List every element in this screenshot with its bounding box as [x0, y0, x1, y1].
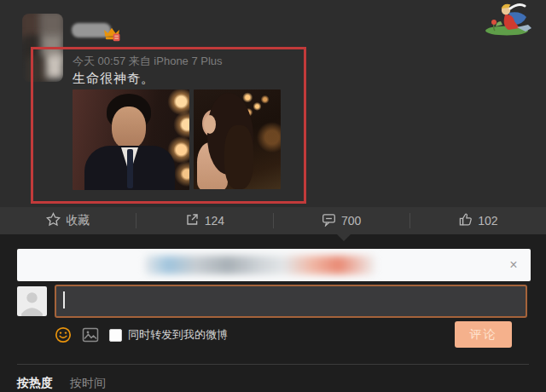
emoji-smiley-icon[interactable]	[55, 326, 72, 343]
photo-detail	[224, 125, 253, 189]
divider	[17, 364, 529, 365]
vip-crown-icon	[103, 26, 120, 45]
comment-sort-tabs: 按热度 按时间	[17, 376, 106, 391]
composer-toolbar: 同时转发到我的微博 评论	[55, 321, 527, 349]
star-icon	[46, 212, 61, 229]
comment-count: 700	[341, 214, 361, 228]
commenter-avatar-placeholder	[17, 286, 47, 316]
notice-banner: ×	[17, 249, 531, 281]
post-content-text: 生命很神奇。	[73, 71, 154, 87]
photo-detail	[204, 115, 216, 134]
repost-checkbox[interactable]	[109, 329, 122, 342]
text-caret	[63, 291, 65, 308]
mascot-illustration	[483, 2, 539, 41]
weibo-dark-post-screen: 今天 00:57 来自 iPhone 7 Plus 生命很神奇。	[0, 0, 546, 392]
post-timestamp: 今天 00:57 来自 iPhone 7 Plus	[73, 54, 223, 69]
post-photo-man-portrait[interactable]	[73, 89, 189, 190]
insert-image-icon[interactable]	[82, 327, 99, 343]
repost-checkbox-label: 同时转发到我的微博	[128, 327, 228, 343]
post-section: 今天 00:57 来自 iPhone 7 Plus 生命很神奇。	[0, 0, 546, 207]
favorite-button[interactable]: 收藏	[0, 207, 136, 234]
comment-icon	[322, 212, 336, 229]
like-count: 102	[478, 214, 497, 228]
close-icon[interactable]: ×	[505, 257, 522, 274]
comment-input[interactable]	[55, 285, 527, 318]
user-avatar[interactable]	[22, 14, 63, 82]
comment-panel: × 同时转发到我的微博 评论 按热度 按时间	[0, 234, 546, 392]
repost-count: 124	[205, 214, 224, 228]
tab-sort-by-time[interactable]: 按时间	[70, 376, 106, 391]
thumbs-up-icon	[458, 212, 473, 229]
photo-detail	[127, 149, 133, 188]
active-section-pointer	[337, 234, 351, 241]
repost-icon	[185, 212, 200, 229]
photo-detail	[112, 107, 146, 149]
submit-comment-button[interactable]: 评论	[455, 321, 512, 348]
post-action-bar: 收藏 124 700 102	[0, 207, 546, 234]
like-button[interactable]: 102	[410, 207, 546, 234]
tab-sort-by-hot[interactable]: 按热度	[17, 376, 53, 391]
comment-button[interactable]: 700	[274, 207, 410, 234]
post-photo-woman-portrait[interactable]	[194, 89, 281, 189]
repost-button[interactable]: 124	[136, 207, 272, 234]
post-photo-grid	[73, 89, 281, 190]
banner-redacted-content	[145, 256, 375, 274]
favorite-label: 收藏	[66, 213, 90, 228]
